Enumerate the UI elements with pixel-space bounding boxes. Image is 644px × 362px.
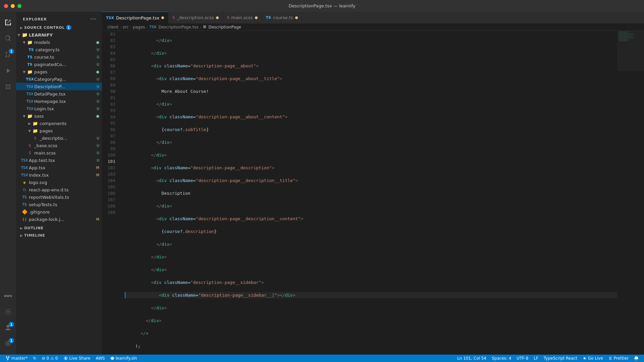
source-control-icon[interactable]: 1 [0, 47, 16, 63]
description-p-badge: U [95, 84, 99, 89]
tab-main-scss[interactable]: S main.scss [223, 12, 262, 23]
status-live-share[interactable]: Live Share [61, 355, 93, 362]
svg-rect-12 [617, 31, 644, 71]
timeline-section[interactable]: ▶ TIMELINE [16, 232, 102, 239]
code-line-99: </div> [125, 266, 617, 273]
status-go-live[interactable]: Go Live [580, 355, 606, 362]
tab-description-scss[interactable]: S _description.scss [168, 12, 223, 23]
sass-label: sass [34, 114, 95, 119]
react-app-env-label: react-app-env.d.ts [29, 187, 99, 192]
category-pag-icon: TSX [27, 77, 33, 81]
tree-item-app-tsx[interactable]: TSX App.tsx M [16, 164, 102, 171]
sln-label: learnify.sln [116, 356, 137, 361]
close-button[interactable] [4, 4, 8, 8]
setup-tests-label: setupTests.ts [29, 202, 99, 207]
status-spaces[interactable]: Spaces: 4 [489, 355, 514, 362]
homepage-badge: U [95, 99, 99, 104]
detail-page-badge: U [95, 92, 99, 96]
tree-item-sass[interactable]: ▼ 📁 sass ● [16, 112, 102, 120]
tree-item-detail-page[interactable]: TSX DetailPage.tsx U [16, 90, 102, 98]
explorer-icon[interactable] [0, 14, 16, 31]
gitignore-label: .gitignore [29, 209, 99, 215]
status-errors[interactable]: ⊘ 0 ⚠ 0 [39, 355, 60, 362]
search-icon[interactable] [0, 31, 16, 47]
login-label: Login.tsx [34, 106, 95, 111]
status-notification[interactable] [631, 355, 641, 362]
tab-description-page[interactable]: TSX DescriptionPage.tsx [102, 12, 168, 23]
tree-item-category-ts[interactable]: TS category.ts U [16, 46, 102, 53]
source-control-count: 1 [66, 25, 71, 30]
aws-icon[interactable]: aws [0, 288, 16, 304]
tree-item-main-scss[interactable]: S main.scss U [16, 149, 102, 157]
git-lens-icon[interactable] [0, 304, 16, 320]
tab-course-ts-icon: TS [266, 15, 271, 20]
status-aws[interactable]: AWS [93, 355, 107, 362]
explorer-menu-button[interactable]: ··· [90, 16, 97, 22]
tree-item-login[interactable]: TSX Login.tsx U [16, 105, 102, 112]
status-sln[interactable]: learnify.sln [108, 355, 140, 362]
status-language[interactable]: TypeScript React [541, 355, 580, 362]
tree-item-gitignore[interactable]: 🔶 .gitignore [16, 208, 102, 216]
settings-icon[interactable]: 1 [0, 336, 16, 352]
go-live-icon [583, 356, 587, 360]
extensions-icon[interactable] [0, 79, 16, 95]
tree-item-report-web[interactable]: TS reportWebVitals.ts [16, 193, 102, 201]
line-ending-label: LF [534, 356, 538, 361]
status-prettier[interactable]: Prettier [606, 355, 631, 362]
tree-item-models[interactable]: ▼ 📁 models ● [16, 39, 102, 46]
source-control-label: SOURCE CONTROL [24, 25, 65, 30]
models-label: models [34, 40, 95, 45]
logo-svg-label: logo.svg [29, 180, 99, 185]
breadcrumb-pages[interactable]: pages [133, 25, 145, 29]
tree-item-description-p[interactable]: TSX DescriptionP... U [16, 83, 102, 90]
status-branch[interactable]: master* [3, 355, 30, 362]
category-pag-badge: U [95, 77, 99, 81]
warning-icon: ⚠ [50, 356, 54, 361]
breadcrumb-file[interactable]: DescriptionPage.tsx [158, 25, 198, 29]
models-folder-icon: 📁 [27, 40, 33, 45]
tree-item-setup-tests[interactable]: TS setupTests.ts [16, 201, 102, 208]
tree-item-components-folder[interactable]: ▶ 📁 components [16, 120, 102, 127]
package-lock-badge: M [95, 217, 100, 222]
tree-item-index-tsx[interactable]: TSX index.tsx M [16, 171, 102, 179]
maximize-button[interactable] [17, 4, 21, 8]
source-control-badge: 1 [9, 49, 14, 54]
run-debug-icon[interactable] [0, 63, 16, 79]
outline-section[interactable]: ▶ OUTLINE [16, 224, 102, 232]
tree-item-course-ts[interactable]: TS course.ts U [16, 53, 102, 61]
login-icon: TSX [27, 107, 33, 111]
tree-item-app-test[interactable]: TSX App.test.tsx U [16, 157, 102, 164]
breadcrumb-src[interactable]: src [123, 25, 129, 29]
tab-course-ts[interactable]: TS course.ts [262, 12, 302, 23]
detail-page-icon: TSX [27, 92, 33, 96]
source-control-arrow: ▶ [19, 26, 24, 29]
tree-item-pages-sass[interactable]: ▼ 📁 pages [16, 127, 102, 134]
tree-item-base-scss[interactable]: S _base.scss U [16, 142, 102, 149]
tree-item-logo-svg[interactable]: ◈ logo.svg [16, 179, 102, 186]
account-icon[interactable]: 1 [0, 320, 16, 336]
minimize-button[interactable] [11, 4, 15, 8]
account-badge: 1 [9, 322, 14, 327]
source-control-section[interactable]: ▶ SOURCE CONTROL 1 [16, 24, 102, 31]
tree-item-category-pag[interactable]: TSX CategoryPag... U [16, 75, 102, 83]
status-sync[interactable]: ↻ [30, 355, 39, 362]
breadcrumb-client[interactable]: client [107, 25, 118, 29]
description-scss-icon: S [32, 136, 38, 140]
window-title: DescriptionPage.tsx — learnify [288, 3, 355, 8]
index-tsx-badge: M [95, 173, 100, 177]
course-ts-label: course.ts [34, 55, 95, 60]
status-position[interactable]: Ln 101, Col 54 [454, 355, 489, 362]
tree-root-learnify[interactable]: ▼ 📁 LEARNIFY [16, 31, 102, 39]
description-scss-badge: U [95, 136, 99, 140]
tree-item-homepage[interactable]: TSX Homepage.tsx U [16, 98, 102, 105]
tree-item-paginated[interactable]: TS paginatedCo... U [16, 61, 102, 68]
svg-point-0 [7, 311, 9, 313]
tree-item-package-lock[interactable]: {} package-lock.j... M [16, 216, 102, 223]
tree-item-react-app-env[interactable]: D react-app-env.d.ts [16, 186, 102, 193]
status-encoding[interactable]: UTF-8 [514, 355, 531, 362]
code-line-88: {course?.subTitle} [125, 126, 617, 133]
tree-item-description-scss[interactable]: S _descriptio... U [16, 134, 102, 142]
tree-item-pages[interactable]: ▼ 📁 pages ● [16, 68, 102, 75]
status-line-ending[interactable]: LF [531, 355, 541, 362]
code-content[interactable]: </div> </div> <div className="descriptio… [122, 31, 617, 355]
